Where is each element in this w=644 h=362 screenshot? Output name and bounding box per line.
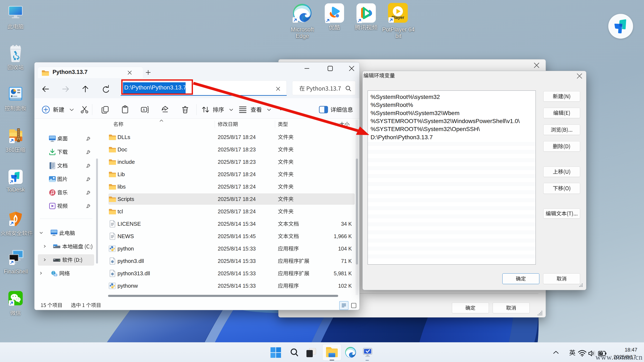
svg-text:A: A xyxy=(143,108,145,112)
